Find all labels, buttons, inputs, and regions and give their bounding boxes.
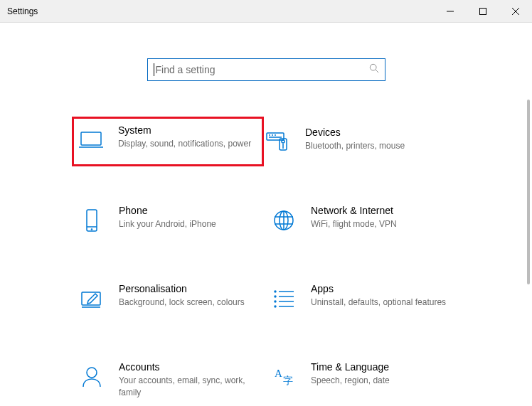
svg-point-30 — [275, 301, 276, 302]
tile-desc: Speech, region, date — [311, 375, 449, 387]
tile-desc: Your accounts, email, sync, work, family — [119, 375, 257, 399]
search-placeholder: Find a setting — [156, 64, 369, 75]
apps-icon — [270, 284, 298, 313]
svg-text:字: 字 — [283, 375, 293, 386]
tile-network[interactable]: Network & Internet WiFi, flight mode, VP… — [267, 202, 459, 237]
tile-desc: Background, lock screen, colours — [119, 297, 257, 309]
close-button[interactable] — [499, 0, 532, 22]
svg-rect-16 — [87, 210, 97, 231]
svg-point-26 — [275, 291, 276, 292]
scrollbar[interactable] — [523, 23, 532, 406]
time-language-icon: A字 — [270, 363, 298, 391]
svg-point-28 — [275, 296, 276, 297]
tile-title: Apps — [311, 283, 449, 294]
titlebar: Settings — [0, 0, 532, 23]
svg-rect-1 — [480, 8, 486, 14]
search-icon — [369, 63, 379, 76]
text-caret — [154, 63, 154, 76]
globe-icon — [270, 206, 298, 235]
tile-title: Accounts — [119, 361, 257, 373]
tile-time-language[interactable]: A字 Time & Language Speech, region, date — [267, 358, 459, 402]
tile-personalisation[interactable]: Personalisation Background, lock screen,… — [75, 280, 267, 316]
tile-desc: Uninstall, defaults, optional features — [311, 297, 449, 309]
svg-point-18 — [91, 229, 92, 230]
svg-point-34 — [87, 368, 97, 378]
tile-desc: Display, sound, notifications, power — [118, 138, 252, 150]
tile-desc: WiFi, flight mode, VPN — [311, 218, 449, 230]
tile-title: Network & Internet — [311, 205, 449, 216]
phone-icon — [78, 206, 106, 235]
tile-title: Time & Language — [311, 361, 449, 373]
svg-point-32 — [275, 306, 276, 307]
content-area: Find a setting System Display, sound, no… — [0, 23, 532, 406]
laptop-icon — [77, 126, 105, 154]
svg-line-5 — [376, 70, 378, 73]
window-controls — [434, 0, 532, 22]
tile-title: System — [118, 124, 252, 136]
tile-apps[interactable]: Apps Uninstall, defaults, optional featu… — [267, 280, 459, 316]
tile-devices[interactable]: Devices Bluetooth, printers, mouse — [261, 124, 453, 159]
search-input[interactable]: Find a setting — [147, 58, 385, 81]
tile-accounts[interactable]: Accounts Your accounts, email, sync, wor… — [75, 358, 267, 402]
minimize-button[interactable] — [434, 0, 467, 22]
devices-icon — [264, 128, 292, 156]
svg-point-4 — [370, 64, 376, 70]
settings-tiles: System Display, sound, notifications, po… — [75, 124, 487, 402]
personalize-icon — [78, 284, 106, 313]
tile-phone[interactable]: Phone Link your Android, iPhone — [75, 202, 267, 237]
tile-system[interactable]: System Display, sound, notifications, po… — [72, 117, 264, 166]
tile-desc: Link your Android, iPhone — [119, 218, 257, 230]
account-icon — [78, 363, 106, 391]
tile-title: Personalisation — [119, 283, 257, 294]
svg-point-14 — [282, 140, 284, 143]
tile-title: Phone — [119, 205, 257, 216]
tile-desc: Bluetooth, printers, mouse — [305, 140, 443, 152]
svg-text:A: A — [275, 368, 282, 379]
scrollbar-thumb[interactable] — [527, 100, 530, 284]
window-title: Settings — [7, 6, 38, 16]
tile-title: Devices — [305, 127, 443, 138]
svg-rect-6 — [81, 132, 101, 145]
maximize-button[interactable] — [467, 0, 499, 22]
